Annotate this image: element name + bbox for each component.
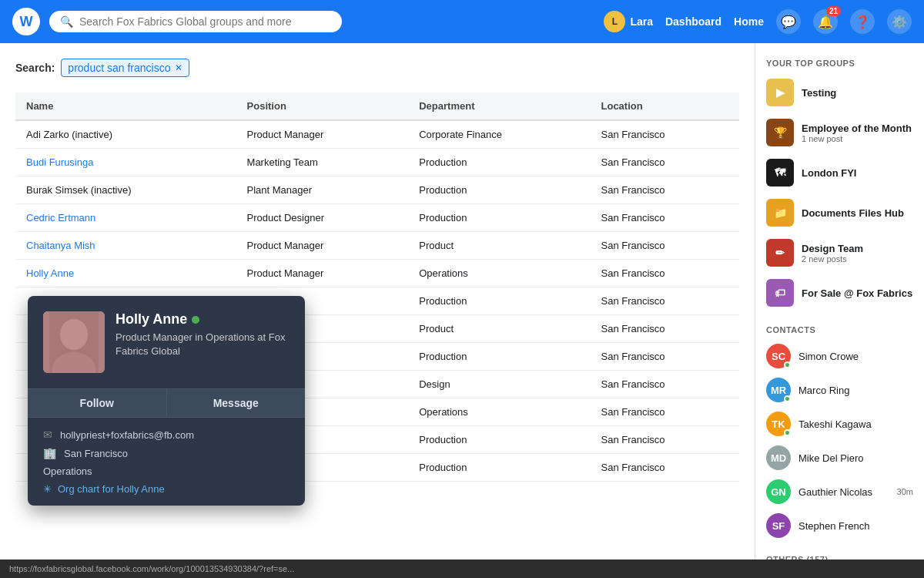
group-name: Design Team	[802, 243, 913, 254]
cell-location: San Francisco	[591, 343, 740, 371]
cell-department: Corporate Finance	[408, 120, 590, 149]
cell-department: Operations	[408, 398, 590, 426]
group-info: Employee of the Month1 new post	[802, 123, 913, 143]
cell-location: San Francisco	[591, 454, 740, 482]
contact-item-2[interactable]: TKTakeshi Kagawa	[755, 407, 924, 441]
cell-department: Production	[408, 204, 590, 232]
contact-item-1[interactable]: MRMarco Ring	[755, 373, 924, 407]
table-row: Holly AnneProduct ManagerOperationsSan F…	[15, 260, 739, 287]
cell-location: San Francisco	[591, 120, 740, 149]
group-avatar: 🗺	[766, 159, 794, 187]
status-bar: https://foxfabricsglobal.facebook.com/wo…	[0, 560, 924, 578]
popup-title: Product Manager in Operations at Fox Fab…	[116, 331, 290, 358]
follow-button[interactable]: Follow	[28, 389, 167, 417]
group-item-0[interactable]: ▶Testing	[755, 72, 924, 113]
group-item-1[interactable]: 🏆Employee of the Month1 new post	[755, 113, 924, 153]
popup-actions: Follow Message	[28, 388, 305, 418]
person-name-link[interactable]: Cedric Ertmann	[26, 212, 95, 223]
popup-name: Holly Anne	[116, 311, 290, 328]
group-sub: 1 new post	[802, 134, 913, 143]
contact-time: 30m	[897, 487, 913, 496]
table-row: Chaitanya MishProduct ManagerProductSan …	[15, 232, 739, 260]
search-label: Search:	[15, 62, 55, 74]
cell-location: San Francisco	[591, 398, 740, 426]
search-tag: product san francisco ✕	[61, 59, 189, 77]
remove-search-tag-button[interactable]: ✕	[175, 62, 182, 73]
cell-department: Production	[408, 426, 590, 454]
nav-right-section: L Lara Dashboard Home 💬 🔔 21 ❓ ⚙️	[604, 9, 912, 34]
person-name: Adi Zarko (inactive)	[15, 120, 236, 149]
contact-item-4[interactable]: GNGauthier Nicolas30m	[755, 475, 924, 509]
cell-location: San Francisco	[591, 176, 740, 204]
contact-item-0[interactable]: SCSimon Crowe	[755, 339, 924, 373]
nav-dashboard[interactable]: Dashboard	[665, 15, 721, 28]
cell-department: Production	[408, 149, 590, 176]
person-name-link[interactable]: Chaitanya Mish	[26, 240, 95, 251]
org-chart-icon: ✳	[43, 483, 52, 495]
contact-item-3[interactable]: MDMike Del Piero	[755, 441, 924, 475]
table-row: Burak Simsek (inactive)Plant ManagerProd…	[15, 176, 739, 204]
group-item-5[interactable]: 🏷For Sale @ Fox Fabrics	[755, 273, 924, 313]
cell-location: San Francisco	[591, 260, 740, 287]
groups-list: ▶Testing🏆Employee of the Month1 new post…	[755, 72, 924, 313]
group-item-2[interactable]: 🗺London FYI	[755, 153, 924, 193]
message-button[interactable]: Message	[167, 389, 306, 417]
group-avatar: 🏷	[766, 279, 794, 307]
svg-rect-3	[49, 311, 99, 373]
person-name: Burak Simsek (inactive)	[15, 176, 236, 204]
cell-position: Product Manager	[236, 120, 409, 149]
group-info: Testing	[802, 87, 913, 99]
status-url: https://foxfabricsglobal.facebook.com/wo…	[9, 564, 294, 573]
cell-department: Operations	[408, 260, 590, 287]
popup-location-row: 🏢 San Francisco	[43, 447, 290, 459]
notifications-button[interactable]: 🔔 21	[813, 9, 838, 34]
contact-avatar: MR	[766, 378, 791, 402]
popup-location: San Francisco	[64, 448, 128, 459]
cell-position: Product Manager	[236, 260, 409, 287]
group-avatar: ▶	[766, 79, 794, 106]
table-header-row: Name Position Department Location	[15, 92, 739, 120]
cell-position: Product Manager	[236, 232, 409, 260]
org-chart-link[interactable]: ✳ Org chart for Holly Anne	[43, 483, 290, 495]
group-info: London FYI	[802, 167, 913, 179]
contact-item-5[interactable]: SFStephen French	[755, 509, 924, 543]
app-logo[interactable]: W	[12, 8, 40, 35]
cell-location: San Francisco	[591, 232, 740, 260]
cell-location: San Francisco	[591, 371, 740, 398]
online-indicator	[784, 361, 791, 368]
cell-location: San Francisco	[591, 287, 740, 315]
contact-name: Mike Del Piero	[798, 452, 913, 464]
cell-department: Production	[408, 343, 590, 371]
global-search-input[interactable]	[79, 15, 331, 28]
popup-header: Holly Anne Product Manager in Operations…	[28, 296, 305, 388]
popup-department: Operations	[43, 465, 92, 477]
group-name: Employee of the Month	[802, 123, 913, 134]
help-button[interactable]: ❓	[850, 9, 875, 34]
table-row: Adi Zarko (inactive)Product ManagerCorpo…	[15, 120, 739, 149]
nav-home[interactable]: Home	[734, 15, 764, 28]
person-name-link[interactable]: Holly Anne	[26, 267, 74, 279]
chat-icon-button[interactable]: 💬	[776, 9, 801, 34]
contact-name: Simon Crowe	[798, 351, 913, 362]
email-icon: ✉	[43, 428, 52, 441]
contact-name: Gauthier Nicolas	[798, 486, 889, 498]
settings-button[interactable]: ⚙️	[887, 9, 912, 34]
person-name-link[interactable]: Budi Furusinga	[26, 156, 93, 168]
location-icon: 🏢	[43, 447, 56, 459]
group-info: Design Team2 new posts	[802, 243, 913, 264]
col-position: Position	[236, 92, 409, 120]
nav-user[interactable]: L Lara	[604, 11, 653, 32]
contact-avatar: SC	[766, 344, 791, 368]
group-item-3[interactable]: 📁Documents Files Hub	[755, 193, 924, 233]
global-search-box[interactable]: 🔍	[49, 11, 342, 32]
col-location: Location	[591, 92, 740, 120]
search-icon: 🔍	[60, 15, 73, 28]
online-indicator	[784, 395, 791, 402]
cell-department: Production	[408, 287, 590, 315]
cell-location: San Francisco	[591, 204, 740, 232]
group-item-4[interactable]: ✏Design Team2 new posts	[755, 233, 924, 273]
search-tag-text: product san francisco	[68, 62, 170, 74]
group-avatar: 🏆	[766, 119, 794, 146]
table-row: Budi FurusingaMarketing TeamProductionSa…	[15, 149, 739, 176]
search-filter-bar: Search: product san francisco ✕	[15, 59, 739, 77]
